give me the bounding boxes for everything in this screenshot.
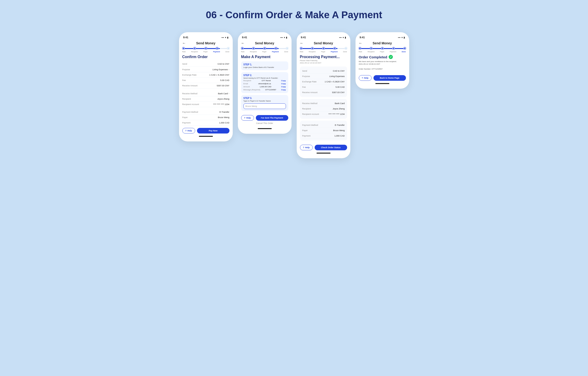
phone-nav-4: ← Send Money: [356, 40, 409, 47]
value-account-3: **** **** **** 1234: [328, 113, 345, 115]
nav-title-2: Send Money: [255, 41, 274, 45]
step2-label-recipient: Recipient: [243, 80, 251, 82]
plabel-payment-1: Payment: [213, 51, 220, 52]
value-send-3: CAD to CNY: [333, 70, 345, 72]
row-account-3: Recipient Account **** **** **** 1234: [302, 112, 345, 117]
label-payer-1: Payer: [182, 116, 188, 119]
pdot3-3: [322, 47, 325, 50]
back-button-1[interactable]: ←: [182, 41, 186, 45]
plabel-rate-2: Rate: [241, 51, 245, 52]
step2-value-recipient: OTT Remit: [262, 80, 271, 82]
battery-icon-4: ▮: [404, 36, 405, 39]
status-time-1: 9:41: [183, 36, 188, 39]
label-payment-3: Payment: [302, 135, 311, 137]
cancel-order-link[interactable]: Cancel This Order: [238, 121, 292, 126]
label-paymethod-1: Payment Method: [182, 111, 198, 113]
phone-make-payment: 9:41 ▪▪▪ ▾ ▮ ← Send Money: [238, 32, 292, 134]
label-recipient-1: Recipient: [182, 98, 191, 100]
label-recipient-3: Recipient: [302, 108, 311, 110]
value-account-1: **** **** **** 1234: [213, 103, 230, 105]
wifi-icon: ▾: [225, 36, 226, 39]
value-receive-3: 5307.03 CNY: [332, 91, 345, 94]
pdot-2: [193, 47, 196, 50]
pdot2-1: [241, 47, 243, 50]
home-indicator-2: [258, 128, 272, 129]
value-recipient-1: Joyce Zheng: [217, 98, 230, 100]
pdot4-3: [381, 47, 384, 50]
plabel-recipient-4: Recipient: [368, 51, 374, 52]
help-button-1[interactable]: ? Help: [182, 128, 195, 134]
arrow-method: ›: [229, 92, 229, 95]
check-status-button[interactable]: Check Order Status: [315, 145, 347, 150]
step3-title: STEP 3.: [243, 97, 286, 99]
step2-label-message: Message (Required): [243, 89, 260, 91]
phone-processing: 9:41 ▪▪▪ ▾ ▮ ← Send Money: [297, 32, 350, 158]
value-paymethod-3: E-Transfer: [335, 124, 345, 126]
payer-name-input[interactable]: [243, 103, 286, 109]
wifi-icon-3: ▾: [343, 36, 344, 39]
step2-value-message: OTT1234567: [265, 89, 276, 91]
pdot4-5: [404, 47, 406, 50]
plabel-rate-4: Rate: [359, 51, 362, 52]
label-send-1: Send: [182, 63, 187, 65]
row-exchange-1: Exchange Rate 1 CAD = 5.3620 CNY: [182, 72, 230, 78]
progress-track-2: [241, 48, 288, 49]
progress-labels-1: Rate Recipient Payer Payment Done: [182, 51, 230, 52]
value-method-3: Bank Card: [335, 102, 345, 104]
plabel-recipient-3: Recipient: [309, 51, 315, 52]
phone-nav-3: ← Send Money: [297, 40, 350, 47]
completed-title: Order Completed ✓: [359, 55, 406, 59]
progress-dots-4: [359, 47, 406, 50]
back-button-3[interactable]: ←: [300, 41, 304, 45]
step2-copy-message[interactable]: Copy: [281, 89, 286, 91]
label-fee-1: Fee: [182, 79, 186, 82]
row-purpose-1: Purpose Living Expenses ›: [182, 67, 230, 72]
label-method-1: Receive Method: [182, 93, 198, 95]
row-payment-3: Payment 1,000 CAD: [302, 133, 345, 139]
help-icon-2: ?: [244, 117, 246, 119]
progress-labels-2: Rate Recipient Payer Payment Done: [241, 51, 288, 52]
help-button-4[interactable]: ? Help: [359, 75, 372, 81]
step2-copy-recipient[interactable]: Copy: [281, 80, 286, 82]
pdot2-5: [286, 47, 288, 50]
processing-title: Processing Payment...: [300, 55, 347, 59]
step2-row-message: Message (Required) OTT1234567 Copy: [243, 88, 286, 91]
processing-card-2: Receive Method Bank Card Recipient Joyce…: [300, 99, 347, 119]
step2-row-email: Email ottremit@ott.ca Copy: [243, 82, 286, 85]
phone-content-2: Make A Payment STEP 1. Login your Online…: [238, 53, 292, 113]
arrow-purpose: ›: [229, 68, 229, 71]
value-method-1: Bank Card ›: [218, 92, 230, 95]
pdot2-4: [275, 47, 277, 50]
progress-dots-3: [300, 47, 347, 50]
pdot4-2: [370, 47, 372, 50]
label-exchange-3: Exchange Rate: [302, 81, 317, 83]
status-bar-4: 9:41 ▪▪▪ ▾ ▮: [356, 36, 409, 39]
label-purpose-3: Purpose: [302, 75, 310, 77]
progress-track-3: [300, 48, 347, 49]
pdot3-4: [334, 47, 336, 50]
pdot4-4: [392, 47, 395, 50]
back-button-2[interactable]: ←: [241, 41, 245, 45]
label-receive-3: Receive Amount: [302, 91, 318, 94]
pay-now-button[interactable]: Pay Now: [197, 128, 230, 134]
help-button-3[interactable]: ? Help: [300, 145, 313, 150]
step2-copy-email[interactable]: Copy: [281, 83, 286, 85]
label-payer-3: Payer: [302, 129, 308, 132]
step1-card: STEP 1. Login your Online Bank of E-Tran…: [241, 61, 288, 70]
help-button-2[interactable]: ? Help: [241, 115, 254, 121]
step2-copy-amount[interactable]: Copy: [281, 86, 286, 88]
progress-track-1: [182, 48, 230, 49]
row-purpose-3: Purpose Living Expenses: [302, 74, 345, 79]
order-number: Order Number: OTT1234567: [359, 68, 406, 70]
sent-payment-button[interactable]: I've Sent The Payment: [256, 115, 288, 121]
status-icons-1: ▪▪▪ ▾ ▮: [221, 36, 229, 39]
phones-container: 9:41 ▪▪▪ ▾ ▮ ← Send Money: [179, 32, 409, 158]
home-indicator-1: [199, 136, 213, 137]
plabel-payer-4: Payer: [380, 51, 384, 52]
row-recipient-1: Recipient Joyce Zheng: [182, 96, 230, 102]
back-home-button[interactable]: Back to Home Page: [373, 75, 406, 81]
status-time-3: 9:41: [301, 36, 306, 39]
nav-title-1: Send Money: [196, 41, 215, 45]
value-payment-1: 1,000 CAD: [219, 122, 229, 124]
back-button-4[interactable]: ←: [359, 41, 363, 45]
